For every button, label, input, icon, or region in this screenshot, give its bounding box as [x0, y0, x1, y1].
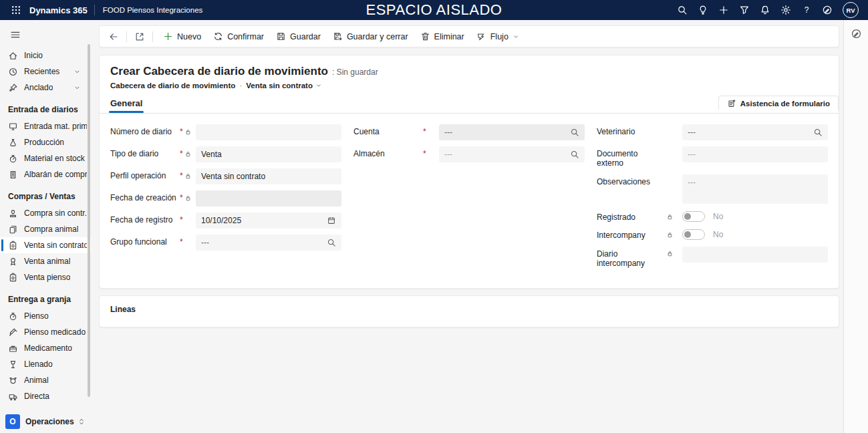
confirmar-button[interactable]: Confirmar [207, 28, 270, 45]
grupo-funcional-input[interactable]: --- [196, 235, 341, 251]
save-status: : Sin guardar [332, 67, 378, 77]
field-diario-intercompany: Diario intercompany [597, 247, 828, 269]
sidebar-item-directa[interactable]: Directa [0, 388, 91, 404]
chevron-down-icon [315, 82, 322, 89]
feedback-icon[interactable] [851, 28, 862, 39]
tab-general[interactable]: General [110, 98, 142, 113]
magnifier-icon [813, 128, 823, 137]
field-marker: * [180, 235, 196, 246]
field-marker: * [180, 190, 196, 202]
cuenta-input[interactable]: --- [439, 124, 585, 140]
nuevo-button[interactable]: Nuevo [157, 28, 207, 45]
guardar-button[interactable]: Guardar [270, 28, 327, 45]
area-switcher[interactable]: O Operaciones [0, 410, 91, 433]
feedback-icon[interactable] [822, 5, 833, 15]
command-bar-buttons: NuevoConfirmarGuardarGuardar y cerrarEli… [157, 28, 525, 45]
sidebar-item-inicio[interactable]: Inicio [0, 47, 91, 63]
lock-icon [184, 150, 192, 158]
magnifier-icon [570, 150, 579, 159]
sidebar-item-albaran-de-compra[interactable]: Albarán de compra [0, 166, 91, 182]
svg-text:?: ? [805, 5, 809, 15]
field-veterinario: Veterinario--- [597, 124, 828, 140]
field-label: Tipo de diario [110, 146, 180, 159]
open-in-new-window-button[interactable] [131, 29, 148, 45]
topbar-actions: ? RV [677, 2, 861, 18]
flow-icon [476, 31, 486, 41]
search-icon[interactable] [677, 5, 688, 15]
field-numero-de-diario: Número de diario* [110, 124, 341, 140]
form-column: Veterinario---Documento externo---Observ… [597, 124, 828, 275]
flujo-button[interactable]: Flujo [470, 28, 525, 45]
sidebar-item-venta-pienso[interactable]: Venta pienso [0, 269, 91, 285]
field-fecha-de-registro: Fecha de registro*10/10/2025 [110, 212, 341, 229]
quick-create-icon[interactable] [718, 5, 729, 15]
home-icon [8, 51, 18, 61]
product-name[interactable]: Dynamics 365 [29, 5, 88, 15]
save-icon [276, 31, 286, 41]
sidebar-item-venta-sin-contrato[interactable]: Venta sin contrato [0, 237, 91, 253]
sidebar-item-entrada-mat-prima[interactable]: Entrada mat. prima [0, 118, 91, 134]
sidebar-item-pienso[interactable]: Pienso [0, 308, 91, 324]
sidebar-item-compra-sin-contr[interactable]: Compra sin contr... [0, 205, 91, 221]
calendar-icon [327, 216, 336, 225]
lightbulb-icon[interactable] [698, 5, 708, 15]
tipo-de-diario-input: Venta [196, 146, 341, 162]
sidebar-item-compra-animal[interactable]: Compra animal [0, 221, 91, 237]
field-marker: * [423, 146, 439, 158]
flask-icon [8, 138, 18, 148]
field-label: Almacén [353, 146, 423, 159]
field-marker: * [180, 146, 196, 158]
topbar-divider [94, 5, 95, 15]
chevron-down-icon [513, 33, 519, 40]
form-assist-button[interactable]: Asistencia de formulario [718, 96, 839, 110]
guardar-y-cerrar-button[interactable]: Guardar y cerrar [327, 28, 414, 45]
lock-icon [184, 128, 192, 136]
sidebar-item-llenado[interactable]: Llenado [0, 356, 91, 372]
back-button[interactable] [105, 29, 122, 45]
page-title: Crear Cabecera de diario de movimiento [110, 65, 328, 78]
sidebar-item-pienso-medicado[interactable]: Pienso medicado [0, 324, 91, 340]
sidebar-item-material-en-stock[interactable]: Material en stock [0, 150, 91, 166]
fecha-de-registro-input[interactable]: 10/10/2025 [196, 212, 341, 229]
observaciones-input[interactable]: --- [682, 174, 828, 204]
veterinario-input[interactable]: --- [682, 124, 828, 140]
user-avatar[interactable]: RV [843, 2, 859, 18]
sidebar-item-venta-animal[interactable]: Venta animal [0, 253, 91, 269]
required-asterisk: * [423, 150, 426, 158]
sidebar-item-produccion[interactable]: Producción [0, 134, 91, 150]
notifications-icon[interactable] [760, 5, 770, 15]
field-marker: * [423, 124, 439, 136]
help-icon[interactable]: ? [801, 5, 812, 15]
eliminar-button[interactable]: Eliminar [414, 28, 470, 45]
lock-icon [666, 213, 674, 221]
field-label: Diario intercompany [597, 247, 666, 269]
sidebar-scrollbar[interactable] [88, 44, 90, 397]
required-asterisk: * [180, 216, 183, 224]
sidebar-item-recientes[interactable]: Recientes [0, 63, 91, 80]
registrado-toggle: No [682, 210, 723, 222]
lines-section-title: Lineas [110, 305, 828, 314]
clock-icon [8, 67, 18, 77]
sidebar-item-animal[interactable]: Animal [0, 372, 91, 388]
breadcrumb-entity[interactable]: Cabecera de diario de movimiento [110, 82, 235, 90]
sidebar-section-compras-ventas: Compras / Ventas [0, 182, 91, 205]
sidebar-item-medicamento[interactable]: Medicamento [0, 340, 91, 356]
filter-icon[interactable] [739, 5, 750, 15]
field-intercompany: IntercompanyNo [597, 228, 828, 241]
settings-gear-icon[interactable] [780, 5, 791, 15]
sidebar-toggle-button[interactable] [5, 25, 25, 45]
app-name[interactable]: FOOD Piensos Integraciones [103, 6, 203, 14]
sidebar-item-anclado[interactable]: Anclado [0, 80, 91, 96]
clipboard-icon [8, 241, 18, 251]
sidebar: InicioRecientesAncladoEntrada de diarios… [0, 20, 91, 433]
app-shell: InicioRecientesAncladoEntrada de diarios… [0, 20, 868, 433]
title-row: Crear Cabecera de diario de movimiento :… [110, 65, 828, 78]
main-content: NuevoConfirmarGuardarGuardar y cerrarEli… [91, 20, 843, 433]
documento-externo-input[interactable]: --- [682, 146, 828, 162]
view-selector[interactable]: Venta sin contrato [246, 82, 322, 90]
app-launcher-button[interactable] [7, 0, 25, 20]
back-arrow-icon [108, 31, 119, 42]
almacen-input[interactable]: --- [439, 146, 585, 162]
field-marker [666, 210, 682, 221]
field-label: Cuenta [353, 124, 423, 137]
